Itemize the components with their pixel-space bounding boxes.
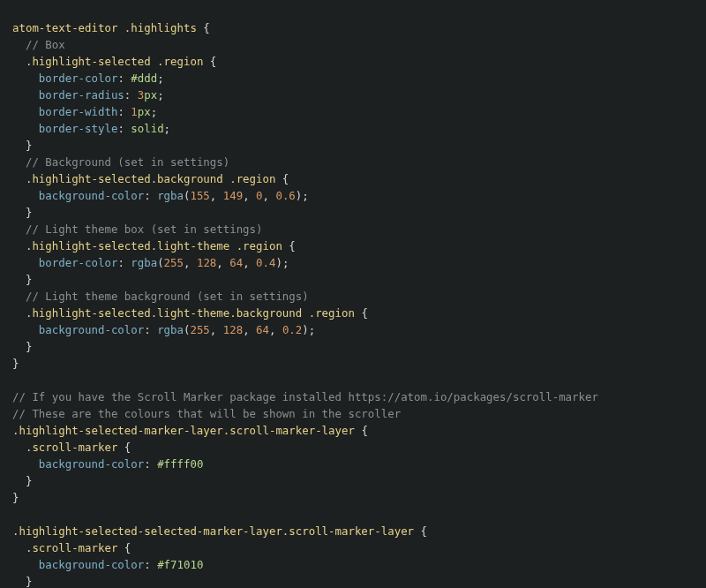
code-token: // If you have the Scroll Marker package… [12,390,598,403]
indent [12,122,39,135]
code-token: , [216,256,229,269]
code-editor: atom-text-editor .highlights { // Box .h… [0,11,706,588]
code-line: .highlight-selected.light-theme .region … [12,237,694,254]
code-token: : [117,72,131,85]
indent [12,558,39,571]
indent [12,239,26,253]
code-line: background-color: rgba(155, 149, 0, 0.6)… [12,187,694,204]
code-token: ; [157,72,163,85]
indent [12,256,39,269]
code-token: .highlight-selected.light-theme.backgrou… [26,306,361,320]
code-line: atom-text-editor .highlights { [12,19,694,36]
code-line: // Light theme box (set in settings) [12,221,694,237]
indent [12,38,26,51]
indent [12,139,26,152]
code-token: : [144,323,157,336]
code-line: // Background (set in settings) [12,154,694,170]
code-token: , [263,189,276,202]
code-token: // Light theme background (set in settin… [26,290,309,303]
code-token: px [138,105,151,118]
code-token: ; [164,122,170,135]
code-token [12,508,19,521]
code-line: border-color: rgba(255, 128, 64, 0.4); [12,254,694,271]
code-token: { [361,306,367,320]
code-line: } [12,489,694,506]
code-token: { [124,541,131,554]
code-token: // Background (set in settings) [26,155,229,169]
code-token: background-color [39,558,144,571]
code-token: solid [131,122,163,135]
code-token: rgba [131,256,157,269]
code-token: px [144,88,157,102]
code-line: // Light theme background (set in settin… [12,288,694,305]
code-token: .highlight-selected.background .region [26,172,282,185]
code-token: , [269,323,282,336]
code-token: : [117,105,131,118]
code-token: : [144,189,157,202]
indent [12,105,39,118]
code-token: , [243,256,256,269]
indent [12,189,39,202]
code-line [12,372,694,388]
code-line: } [12,137,694,154]
code-token: border-color [39,72,118,85]
indent [12,306,26,320]
code-line: border-style: solid; [12,120,694,137]
code-token: border-width [39,105,118,118]
code-token: : [144,558,157,571]
code-line: } [12,271,694,288]
code-token: , [184,256,197,269]
code-token: border-radius [39,88,124,102]
indent [12,441,26,454]
code-token: // These are the colours that will be sh… [12,407,401,420]
code-token: .highlight-selected.light-theme .region [26,239,289,253]
indent [12,155,26,169]
code-token: 149 [223,189,243,202]
code-token: { [361,424,367,437]
code-token: , [210,323,223,336]
code-line: .scroll-marker { [12,439,694,456]
code-token: rgba [157,189,184,202]
code-token: } [26,575,32,588]
code-line: // If you have the Scroll Marker package… [12,388,694,405]
code-line: // These are the colours that will be sh… [12,405,694,422]
code-token: : [117,256,131,269]
code-line: .highlight-selected.light-theme.backgrou… [12,305,694,321]
indent [12,474,26,487]
code-token: ); [296,189,309,202]
code-token: { [124,441,131,454]
indent [12,88,39,102]
code-token: background-color [39,323,144,336]
code-token: 155 [190,189,209,202]
code-token: 128 [223,323,243,336]
indent [12,72,39,85]
code-token: #ddd [131,72,157,85]
code-token: 128 [197,256,216,269]
code-token: // Light theme box (set in settings) [26,222,263,236]
code-line: border-width: 1px; [12,103,694,120]
code-token: 255 [164,256,184,269]
code-token: .scroll-marker [26,541,124,554]
code-line: background-color: #f71010 [12,556,694,573]
code-token: #ffff00 [157,457,203,471]
code-token: border-style [39,122,118,135]
code-token: .highlight-selected .region [26,55,210,68]
indent [12,172,26,185]
code-line: // Box [12,36,694,53]
code-token: #f71010 [157,558,203,571]
code-token: ; [151,105,157,118]
code-token: } [26,340,32,353]
indent [12,541,26,554]
code-token: ); [275,256,289,269]
code-line: border-color: #ddd; [12,70,694,87]
code-token: // Box [26,38,65,51]
code-token: 0.4 [256,256,275,269]
code-token: 1 [131,105,137,118]
code-line: background-color: rgba(255, 128, 64, 0.2… [12,321,694,338]
code-token: { [289,239,295,253]
code-token: } [26,139,32,152]
indent [12,206,26,219]
code-token: 64 [229,256,243,269]
code-token: 0.6 [275,189,295,202]
indent [12,55,26,68]
